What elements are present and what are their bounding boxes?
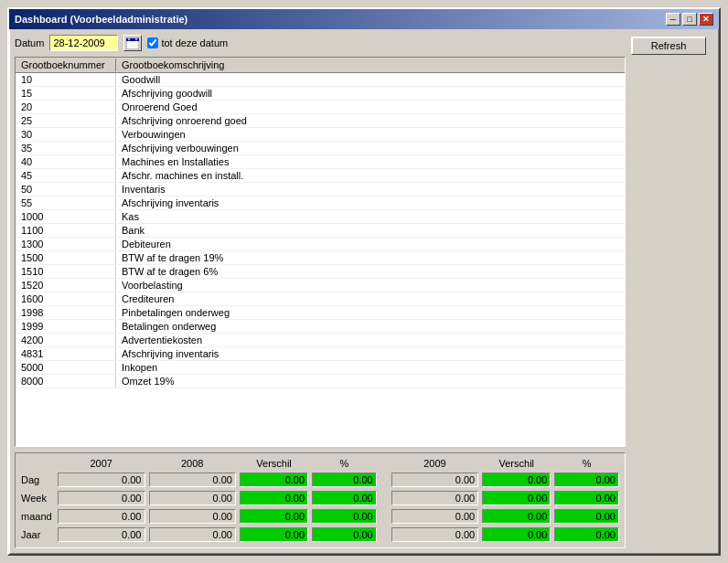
table-row[interactable]: 45 Afschr. machines en install. (16, 169, 625, 183)
stats-cell: 0.00 (56, 507, 147, 526)
table-row[interactable]: 5000 Inkopen (16, 361, 625, 375)
stats-row: maand 0.00 0.00 0.00 0.00 0.00 0.00 0.00 (19, 507, 621, 526)
table-row[interactable]: 1510 BTW af te dragen 6% (16, 265, 625, 279)
cell-number: 20 (16, 101, 116, 113)
minimize-button[interactable]: ─ (666, 13, 680, 26)
table-row[interactable]: 1600 Crediteuren (16, 292, 625, 306)
table-row[interactable]: 35 Afschrijving verbouwingen (16, 142, 625, 155)
table-row[interactable]: 1520 Voorbelasting (16, 279, 625, 292)
cell-desc: Afschrijving goodwill (116, 87, 625, 100)
stats-cell-pct2: 0.00 (552, 489, 621, 507)
cell-desc: Omzet 19% (116, 375, 625, 388)
stats-cell-verschil2: 0.00 (480, 471, 552, 489)
maximize-button[interactable]: □ (682, 13, 697, 26)
window-title: Dashboard (Voorbeeldadministratie) (15, 14, 187, 25)
calendar-button[interactable] (123, 35, 142, 51)
stats-panel: 2007 2008 Verschil % 2009 Verschil % Dag… (15, 452, 626, 548)
empty-header (19, 457, 56, 471)
table-row[interactable]: 1500 BTW af te dragen 19% (16, 251, 625, 265)
main-window: Dashboard (Voorbeeldadministratie) ─ □ ✕… (7, 7, 721, 556)
cell-desc: Bank (116, 224, 625, 237)
cell-number: 1520 (16, 279, 116, 292)
cell-number: 4831 (16, 347, 116, 360)
stats-cell-verschil1: 0.00 (238, 507, 310, 526)
cell-number: 1100 (16, 224, 116, 237)
ledger-table-container: Grootboeknummer Grootboekomschrijving 10… (15, 57, 626, 447)
cell-number: 1510 (16, 265, 116, 278)
col-header-2009: 2009 (390, 457, 481, 471)
table-row[interactable]: 30 Verbouwingen (16, 128, 625, 142)
date-input[interactable] (49, 35, 118, 51)
stats-cell-pct2: 0.00 (552, 471, 621, 489)
table-row[interactable]: 25 Afschrijving onroerend goed (16, 114, 625, 128)
date-checkbox[interactable] (147, 37, 158, 48)
table-header: Grootboeknummer Grootboekomschrijving (16, 58, 625, 73)
cell-desc: Voorbelasting (116, 279, 625, 292)
cell-number: 5000 (16, 361, 116, 374)
refresh-button[interactable]: Refresh (631, 37, 706, 55)
stats-cell-pct1: 0.00 (310, 526, 379, 544)
stats-table: 2007 2008 Verschil % 2009 Verschil % Dag… (19, 457, 621, 544)
table-row[interactable]: 1000 Kas (16, 210, 625, 224)
stats-cell-2009: 0.00 (390, 526, 481, 544)
table-body[interactable]: 10 Goodwill 15 Afschrijving goodwill 20 … (16, 73, 625, 446)
stats-row: Week 0.00 0.00 0.00 0.00 0.00 0.00 0.00 (19, 489, 621, 507)
table-row[interactable]: 50 Inventaris (16, 183, 625, 197)
stats-row-label: Dag (19, 471, 56, 489)
table-row[interactable]: 10 Goodwill (16, 73, 625, 87)
cell-desc: Betalingen onderweg (116, 320, 625, 333)
table-row[interactable]: 1998 Pinbetalingen onderweg (16, 306, 625, 320)
stats-row-label: maand (19, 507, 56, 526)
cell-number: 35 (16, 142, 116, 154)
cell-number: 30 (16, 128, 116, 141)
stats-cell-verschil2: 0.00 (480, 526, 552, 544)
cell-desc: Inkopen (116, 361, 625, 374)
col-header-verschil2: Verschil (480, 457, 552, 471)
table-row[interactable]: 4831 Afschrijving inventaris (16, 347, 625, 361)
stats-header-row: 2007 2008 Verschil % 2009 Verschil % (19, 457, 621, 471)
stats-divider (379, 507, 390, 526)
calendar-icon (126, 37, 139, 49)
cell-number: 15 (16, 87, 116, 100)
stats-cell-pct1: 0.00 (310, 489, 379, 507)
cell-desc: BTW af te dragen 6% (116, 265, 625, 278)
cell-desc: Afschrijving verbouwingen (116, 142, 625, 154)
cell-desc: Afschr. machines en install. (116, 169, 625, 182)
table-row[interactable]: 55 Afschrijving inventaris (16, 197, 625, 210)
table-row[interactable]: 1999 Betalingen onderweg (16, 320, 625, 334)
stats-cell-2009: 0.00 (390, 489, 481, 507)
col-header-verschil1: Verschil (238, 457, 310, 471)
table-row[interactable]: 8000 Omzet 19% (16, 375, 625, 388)
col-header-pct1: % (310, 457, 379, 471)
cell-desc: Afschrijving inventaris (116, 197, 625, 209)
cell-number: 1999 (16, 320, 116, 333)
col-header-number: Grootboeknummer (16, 58, 116, 71)
stats-row: Dag 0.00 0.00 0.00 0.00 0.00 0.00 0.00 (19, 471, 621, 489)
cell-desc: Debiteuren (116, 238, 625, 250)
table-row[interactable]: 1300 Debiteuren (16, 238, 625, 251)
table-row[interactable]: 40 Machines en Installaties (16, 155, 625, 169)
date-label: Datum (15, 37, 44, 48)
stats-cell-pct1: 0.00 (310, 507, 379, 526)
table-row[interactable]: 15 Afschrijving goodwill (16, 87, 625, 101)
table-row[interactable]: 4200 Advertentiekosten (16, 334, 625, 347)
table-row[interactable]: 20 Onroerend Goed (16, 101, 625, 114)
cell-number: 1300 (16, 238, 116, 250)
title-bar: Dashboard (Voorbeeldadministratie) ─ □ ✕ (9, 9, 719, 29)
stats-cell-verschil1: 0.00 (238, 526, 310, 544)
col-header-2008: 2008 (147, 457, 239, 471)
cell-number: 45 (16, 169, 116, 182)
table-row[interactable]: 1100 Bank (16, 224, 625, 238)
close-button[interactable]: ✕ (699, 13, 713, 26)
col-header-desc: Grootboekomschrijving (116, 58, 625, 71)
cell-number: 10 (16, 73, 116, 86)
cell-desc: Machines en Installaties (116, 155, 625, 168)
stats-cell: 0.00 (56, 471, 147, 489)
stats-divider (379, 471, 390, 489)
checkbox-wrapper: tot deze datum (147, 37, 228, 48)
col-header-2007: 2007 (56, 457, 147, 471)
cell-number: 55 (16, 197, 116, 209)
stats-cell: 0.00 (147, 526, 239, 544)
stats-cell-pct2: 0.00 (552, 526, 621, 544)
stats-body: Dag 0.00 0.00 0.00 0.00 0.00 0.00 0.00 W… (19, 471, 621, 544)
